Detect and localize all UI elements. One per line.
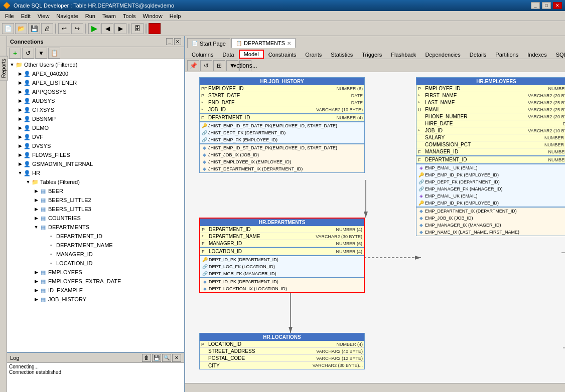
- tree-item-appqossys[interactable]: ▶ 👤 APPQOSSYS: [7, 87, 184, 96]
- maximize-button[interactable]: □: [542, 2, 551, 9]
- tree-item-beers-little3[interactable]: ▶ ▦ BEERS_LITTLE3: [7, 205, 184, 214]
- tree-item-loc-id[interactable]: ▪ LOCATION_ID: [7, 259, 184, 268]
- reports-tab[interactable]: Reports: [0, 56, 8, 81]
- tree-item-countries[interactable]: ▶ ▦ COUNTRIES: [7, 214, 184, 223]
- toggle-hr[interactable]: ▼: [17, 170, 23, 176]
- menu-team[interactable]: Team: [99, 13, 119, 20]
- open-button[interactable]: 📂: [15, 23, 27, 34]
- minimize-button[interactable]: _: [531, 2, 540, 9]
- fit-button[interactable]: ⊞: [213, 60, 225, 71]
- toggle-departments[interactable]: ▼: [33, 224, 39, 230]
- actions-button[interactable]: ▾ctions...: [239, 60, 251, 71]
- tree-container[interactable]: ▼ 📁 Other Users (Filtered) ▶ 👤 APEX_0402…: [7, 59, 184, 352]
- tree-item-apex040200[interactable]: ▶ 👤 APEX_040200: [7, 69, 184, 78]
- toggle-apex-listener[interactable]: ▶: [17, 80, 23, 86]
- toggle-countries[interactable]: ▶: [33, 215, 39, 221]
- menu-view[interactable]: View: [35, 13, 53, 20]
- toggle-id-example[interactable]: ▶: [33, 287, 39, 293]
- log-close-button[interactable]: ✕: [172, 354, 181, 362]
- log-search-button[interactable]: 🔍: [162, 354, 171, 362]
- tree-item-dbsnmp[interactable]: ▶ 👤 DBSNMP: [7, 114, 184, 123]
- entity-departments[interactable]: HR.DEPARTMENTS P DEPARTMENT_ID NUMBER (4…: [199, 218, 365, 293]
- pin-button[interactable]: 📌: [187, 60, 199, 71]
- nav-back-button[interactable]: ◀: [101, 23, 113, 34]
- tab-partitions[interactable]: Partitions: [491, 50, 523, 59]
- stop-button[interactable]: [149, 23, 161, 34]
- tree-item-dept-name[interactable]: ▪ DEPARTMENT_NAME: [7, 241, 184, 250]
- redo-button[interactable]: ↪: [71, 23, 83, 34]
- tab-columns[interactable]: Columns: [187, 50, 218, 59]
- tab-sql[interactable]: SQL: [551, 50, 565, 59]
- entity-locations[interactable]: HR.LOCATIONS P LOCATION_ID NUMBER (4) ST…: [199, 333, 365, 369]
- tree-item-gsmadmin[interactable]: ▶ 👤 GSMADMIN_INTERNAL: [7, 159, 184, 168]
- add-connection-button[interactable]: +: [9, 48, 21, 59]
- tree-item-job-history[interactable]: ▶ ▦ JOB_HISTORY: [7, 295, 184, 304]
- tab-departments[interactable]: 📋 DEPARTMENTS ✕: [231, 38, 296, 48]
- refresh-button[interactable]: ↺: [22, 48, 34, 59]
- log-clear-button[interactable]: 🗑: [142, 354, 151, 362]
- tree-item-audsys[interactable]: ▶ 👤 AUDSYS: [7, 96, 184, 105]
- toggle-ctxsys[interactable]: ▶: [17, 107, 23, 113]
- tree-item-demo[interactable]: ▶ 👤 DEMO: [7, 123, 184, 132]
- log-save-button[interactable]: 💾: [152, 354, 161, 362]
- tab-grants[interactable]: Grants: [301, 50, 326, 59]
- toggle-demo[interactable]: ▶: [17, 125, 23, 131]
- menu-help[interactable]: Help: [167, 13, 184, 20]
- toggle-dvf[interactable]: ▶: [17, 134, 23, 140]
- tab-model[interactable]: Model: [239, 50, 264, 59]
- tree-item-employees-extra[interactable]: ▶ ▦ EMPLOYEES_EXTRA_DATE: [7, 277, 184, 286]
- tab-data[interactable]: Data: [218, 50, 238, 59]
- tab-triggers[interactable]: Triggers: [357, 50, 386, 59]
- tree-item-dept-id[interactable]: ▪ DEPARTMENT_ID: [7, 232, 184, 241]
- tree-item-beer[interactable]: ▶ ▦ BEER: [7, 186, 184, 195]
- toggle-audsys[interactable]: ▶: [17, 98, 23, 104]
- menu-window[interactable]: Window: [140, 13, 166, 20]
- tree-item-dvf[interactable]: ▶ 👤 DVF: [7, 132, 184, 141]
- new-button[interactable]: 📄: [2, 23, 14, 34]
- tree-item-id-example[interactable]: ▶ ▦ ID_EXAMPLE: [7, 286, 184, 295]
- tree-item-flows[interactable]: ▶ 👤 FLOWS_FILES: [7, 150, 184, 159]
- nav-fwd-button[interactable]: ▶: [114, 23, 126, 34]
- tree-item-employees[interactable]: ▶ ▦ EMPLOYEES: [7, 268, 184, 277]
- toggle-dvsys[interactable]: ▶: [17, 143, 23, 149]
- toggle-gsmadmin[interactable]: ▶: [17, 161, 23, 167]
- schema-browser-button[interactable]: 📋: [48, 48, 60, 59]
- toggle-beer[interactable]: ▶: [33, 188, 39, 194]
- toggle-beers2[interactable]: ▶: [33, 197, 39, 203]
- tree-item-tables-filtered[interactable]: ▼ 📁 Tables (Filtered): [7, 177, 184, 186]
- toggle-dbsnmp[interactable]: ▶: [17, 116, 23, 122]
- toggle-apex040200[interactable]: ▶: [17, 71, 23, 77]
- toggle-employees[interactable]: ▶: [33, 269, 39, 275]
- tab-statistics[interactable]: Statistics: [326, 50, 357, 59]
- tab-constraints[interactable]: Constraints: [264, 50, 301, 59]
- save-button[interactable]: 💾: [28, 23, 40, 34]
- entity-employees[interactable]: HR.EMPLOYEES P EMPLOYEE_ID NUMBER (6) * …: [416, 77, 565, 236]
- toggle-other-users[interactable]: ▼: [9, 62, 15, 68]
- tree-item-dvsys[interactable]: ▶ 👤 DVSYS: [7, 141, 184, 150]
- tab-dependencies[interactable]: Dependencies: [420, 50, 465, 59]
- menu-edit[interactable]: Edit: [18, 13, 34, 20]
- tree-item-apex-listener[interactable]: ▶ 👤 APEX_LISTENER: [7, 78, 184, 87]
- filter-button[interactable]: ▼: [35, 48, 47, 59]
- tab-indexes[interactable]: Indexes: [523, 50, 551, 59]
- tree-item-mgr-id[interactable]: ▪ MANAGER_ID: [7, 250, 184, 259]
- menu-tools[interactable]: Tools: [120, 13, 139, 20]
- sidebar-close-button[interactable]: ✕: [174, 38, 181, 45]
- toggle-job-history[interactable]: ▶: [33, 296, 39, 302]
- toggle-flows[interactable]: ▶: [17, 152, 23, 158]
- tree-item-beers-little2[interactable]: ▶ ▦ BEERS_LITTLE2: [7, 195, 184, 205]
- toggle-appqossys[interactable]: ▶: [17, 89, 23, 95]
- tree-item-hr[interactable]: ▼ 👤 HR: [7, 168, 184, 177]
- run-button[interactable]: ▶: [88, 23, 100, 34]
- menu-navigate[interactable]: Navigate: [53, 13, 81, 20]
- tab-flashback[interactable]: Flashback: [386, 50, 420, 59]
- tab-start-page[interactable]: 📄 Start Page: [187, 38, 230, 48]
- entity-job-history[interactable]: HR.JOB_HISTORY PF EMPLOYEE_ID NUMBER (6)…: [199, 77, 365, 173]
- close-button[interactable]: ✕: [553, 2, 562, 9]
- db-button[interactable]: 🗄: [131, 23, 144, 34]
- tab-details[interactable]: Details: [465, 50, 491, 59]
- toggle-employees-extra[interactable]: ▶: [33, 278, 39, 284]
- print-button[interactable]: 🖨: [41, 23, 53, 34]
- menu-file[interactable]: File: [2, 13, 17, 20]
- sidebar-minimize-button[interactable]: _: [166, 38, 173, 45]
